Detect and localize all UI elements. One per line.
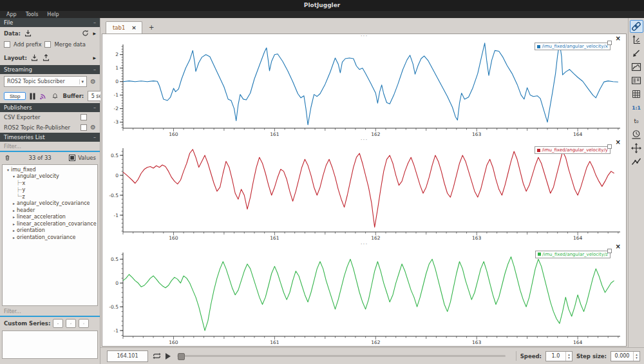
values-checkbox[interactable]: [69, 155, 75, 161]
plot-splitter-handle[interactable]: ···: [102, 34, 626, 39]
zoom-selection-icon[interactable]: [630, 61, 643, 73]
step-size-spinner[interactable]: ▴▾: [611, 351, 640, 361]
legend-swatch: [538, 253, 541, 256]
plot-canvas[interactable]: 0.50-0.5-1160161162163164: [104, 144, 624, 242]
load-layout-icon[interactable]: [30, 53, 39, 62]
window-titlebar: PlotJuggler: [0, 0, 644, 11]
custom-series-filter-input[interactable]: [0, 307, 100, 317]
timeseries-section-header[interactable]: Timeseries List –: [0, 133, 100, 142]
stop-streaming-button[interactable]: Stop: [4, 92, 26, 100]
menu-item-help[interactable]: Help: [47, 12, 59, 17]
add-prefix-checkbox[interactable]: [4, 41, 10, 48]
current-time-input[interactable]: [107, 350, 148, 362]
draw-samples-icon[interactable]: [630, 155, 643, 168]
csv-exporter-checkbox[interactable]: [80, 114, 87, 120]
merge-data-checkbox[interactable]: [44, 41, 51, 48]
add-custom-series-button[interactable]: [53, 319, 63, 328]
plot-canvas-svg[interactable]: 0.50-0.5-1160161162163164: [104, 249, 624, 346]
pan-icon[interactable]: [630, 142, 643, 155]
file-section-header[interactable]: File –: [0, 18, 100, 27]
tree-item-x[interactable]: ├─x: [3, 180, 97, 187]
edit-axes-icon[interactable]: [630, 34, 643, 46]
time-origin-icon[interactable]: t₀: [630, 115, 643, 128]
tree-item-orientation[interactable]: ▸orientation: [3, 227, 97, 235]
tab-tab1[interactable]: tab1 ×: [106, 21, 142, 34]
expander-closed-icon[interactable]: ▸: [11, 215, 17, 219]
plot-canvas[interactable]: 0.50-0.5-1160161162163164: [104, 249, 624, 346]
wifi-signal-icon: [39, 92, 48, 100]
ratio-1-1-icon[interactable]: 1:1: [630, 101, 643, 114]
tree-item-linear_acceleration[interactable]: ▸linear_acceleration: [3, 214, 97, 221]
notification-bell-icon[interactable]: [52, 92, 59, 100]
tree-item-label: angular_velocity_covariance: [17, 200, 90, 206]
expander-closed-icon[interactable]: ▸: [11, 201, 17, 206]
timeline-slider-handle[interactable]: [178, 353, 185, 360]
timeline-slider[interactable]: [177, 355, 506, 357]
streaming-source-dropdown[interactable]: ROS2 Topic Subscriber ▾: [4, 76, 87, 87]
timeseries-filter-input[interactable]: [0, 142, 100, 152]
expander-closed-icon[interactable]: ▸: [11, 222, 17, 226]
data-menu-arrow-icon[interactable]: ▶: [93, 31, 96, 35]
time-tracker-icon[interactable]: [630, 128, 643, 141]
custom-series-list[interactable]: [2, 330, 98, 359]
tree-item-angular_velocity_covariance[interactable]: ▸angular_velocity_covariance: [3, 200, 97, 207]
spinner-arrows-icon[interactable]: ▴▾: [565, 352, 572, 361]
pause-icon[interactable]: [30, 93, 35, 100]
publishers-section-header[interactable]: Publishers –: [0, 103, 100, 112]
collapse-icon: –: [93, 20, 96, 26]
data-label: Data:: [4, 30, 21, 37]
plot-legend[interactable]: /imu_fixed/angular_velocity/x: [535, 43, 611, 50]
save-layout-icon[interactable]: [42, 53, 50, 62]
loop-playback-icon[interactable]: [152, 352, 162, 360]
collapse-icon: –: [93, 67, 96, 73]
plot-canvas[interactable]: 210-1-2-3160161162163164: [104, 41, 624, 138]
speed-spinner[interactable]: ▴▾: [545, 351, 573, 361]
new-tab-button[interactable]: +: [145, 23, 158, 34]
load-data-icon[interactable]: [24, 29, 32, 37]
step-size-value-input[interactable]: [611, 352, 633, 361]
svg-text:162: 162: [371, 131, 381, 137]
expander-open-icon[interactable]: ▾: [5, 168, 11, 172]
tree-item-orientation_covariance[interactable]: ▸orientation_covariance: [3, 234, 97, 241]
speed-label: Speed:: [520, 353, 542, 359]
delete-series-trash-icon[interactable]: [4, 154, 11, 162]
reload-data-icon[interactable]: [81, 29, 90, 37]
streaming-settings-gear-icon[interactable]: ⚙: [90, 79, 96, 85]
delete-custom-series-button[interactable]: [79, 319, 89, 328]
tree-item-imu_fixed[interactable]: ▾imu_fixed: [3, 166, 97, 173]
zoom-out-icon[interactable]: [630, 47, 643, 60]
tab-close-icon[interactable]: ×: [131, 24, 137, 31]
svg-text:161: 161: [270, 340, 279, 345]
tree-item-z[interactable]: └─z: [3, 193, 97, 200]
expander-closed-icon[interactable]: ▸: [11, 208, 17, 213]
plot-canvas-svg[interactable]: 0.50-0.5-1160161162163164: [104, 144, 624, 242]
svg-text:-0.5: -0.5: [109, 303, 118, 309]
layout-menu-arrow-icon[interactable]: ▶: [93, 55, 96, 60]
tree-item-y[interactable]: ├─y: [3, 187, 97, 194]
ros2-republisher-gear-icon[interactable]: ⚙: [90, 124, 96, 131]
play-button[interactable]: [166, 353, 171, 359]
tree-item-angular_velocity[interactable]: ▾angular_velocity: [3, 173, 97, 180]
edit-custom-series-button[interactable]: [66, 319, 76, 328]
menu-item-app[interactable]: App: [6, 12, 17, 17]
menu-item-tools[interactable]: Tools: [26, 12, 39, 17]
tree-item-linear_acceleration_covariance[interactable]: ▸linear_acceleration_covariance: [3, 220, 97, 227]
grid-icon[interactable]: [630, 88, 643, 101]
plot-canvas-svg[interactable]: 210-1-2-3160161162163164: [104, 41, 624, 138]
plot-legend[interactable]: /imu_fixed/angular_velocity/y: [535, 146, 611, 154]
expander-open-icon[interactable]: ▾: [11, 174, 17, 178]
ros2-republisher-checkbox[interactable]: [80, 124, 87, 131]
link-plots-icon[interactable]: [630, 20, 643, 33]
expander-closed-icon[interactable]: ▸: [11, 228, 17, 233]
plot-splitter-handle[interactable]: ···: [102, 242, 626, 247]
expander-closed-icon[interactable]: ▸: [11, 235, 17, 240]
spinner-arrows-icon[interactable]: ▴▾: [633, 352, 639, 361]
tree-item-label: x: [22, 180, 25, 186]
legend-icon[interactable]: [630, 74, 643, 87]
plot-legend[interactable]: /imu_fixed/angular_velocity/z: [535, 251, 611, 258]
plot-splitter-handle[interactable]: ···: [102, 137, 626, 143]
speed-value-input[interactable]: [546, 352, 565, 361]
tree-item-header[interactable]: ▸header: [3, 207, 97, 214]
add-prefix-label: Add prefix: [14, 41, 41, 48]
streaming-section-header[interactable]: Streaming –: [0, 65, 100, 74]
